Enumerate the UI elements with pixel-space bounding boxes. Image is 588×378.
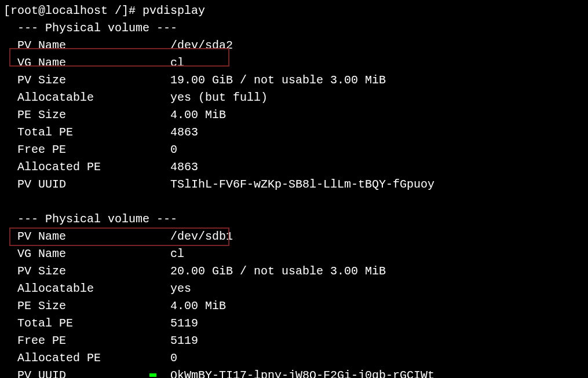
pv-size-value: 19.00 GiB / not usable 3.00 MiB — [170, 74, 386, 87]
allocatable-row-2: Allocatable yes — [3, 280, 585, 298]
prompt-line[interactable]: [root@localhost /]# pvdisplay — [3, 2, 585, 20]
alloc-pe-row-1: Allocated PE 4863 — [3, 159, 585, 176]
pv-size-row-2: PV Size 20.00 GiB / not usable 3.00 MiB — [3, 263, 585, 280]
section-header-1: --- Physical volume --- — [3, 20, 585, 37]
allocatable-value: yes (but full) — [170, 91, 268, 104]
pv-uuid-row-2: PV UUID QkWmBY-TI17-lpny-jW8Q-F2Gi-j0gb-… — [3, 367, 585, 378]
pv-uuid-value: QkWmBY-TI17-lpny-jW8Q-F2Gi-j0gb-rGCIWt — [170, 369, 434, 378]
allocatable-value: yes — [170, 282, 191, 295]
alloc-pe-row-2: Allocated PE 0 — [3, 350, 585, 367]
vg-name-label: VG Name — [3, 56, 170, 69]
alloc-pe-value: 0 — [170, 351, 177, 365]
vg-name-row-2: VG Name cl — [3, 245, 585, 263]
free-pe-label: Free PE — [3, 334, 170, 347]
total-pe-row-1: Total PE 4863 — [3, 124, 585, 141]
free-pe-value: 0 — [170, 143, 177, 156]
pe-size-value: 4.00 MiB — [170, 108, 226, 122]
allocatable-label: Allocatable — [3, 91, 170, 104]
section-header-2: --- Physical volume --- — [3, 211, 585, 228]
pv-name-label: PV Name — [3, 230, 170, 243]
total-pe-row-2: Total PE 5119 — [3, 315, 585, 332]
free-pe-row-1: Free PE 0 — [3, 141, 585, 159]
blank-line — [3, 193, 585, 211]
pe-size-row-2: PE Size 4.00 MiB — [3, 298, 585, 315]
pe-size-value: 4.00 MiB — [170, 299, 226, 313]
alloc-pe-value: 4863 — [170, 160, 198, 174]
total-pe-label: Total PE — [3, 126, 170, 139]
pe-size-label: PE Size — [3, 108, 170, 122]
vg-name-label: VG Name — [3, 247, 170, 260]
shell-prompt: [root@localhost /]# — [3, 4, 143, 17]
pv-uuid-value: TSlIhL-FV6F-wZKp-SB8l-LlLm-tBQY-fGpuoy — [170, 178, 434, 191]
pv-name-value: /dev/sda2 — [170, 39, 233, 52]
alloc-pe-label: Allocated PE — [3, 351, 170, 365]
free-pe-row-2: Free PE 5119 — [3, 332, 585, 350]
pv-size-row-1: PV Size 19.00 GiB / not usable 3.00 MiB — [3, 72, 585, 89]
pv-uuid-row-1: PV UUID TSlIhL-FV6F-wZKp-SB8l-LlLm-tBQY-… — [3, 176, 585, 193]
pv-name-value: /dev/sdb1 — [170, 230, 233, 243]
pe-size-row-1: PE Size 4.00 MiB — [3, 107, 585, 124]
pv-name-row-1: PV Name /dev/sda2 — [3, 37, 585, 54]
pv-size-label: PV Size — [3, 74, 170, 87]
vg-name-value: cl — [170, 56, 184, 69]
pv-name-label: PV Name — [3, 39, 170, 52]
pv-uuid-label: PV UUID — [3, 178, 170, 191]
pv-name-row-2: PV Name /dev/sdb1 — [3, 228, 585, 245]
pv-size-label: PV Size — [3, 265, 170, 278]
pv-size-value: 20.00 GiB / not usable 3.00 MiB — [170, 265, 386, 278]
vg-name-row-1: VG Name cl — [3, 54, 585, 72]
pe-size-label: PE Size — [3, 299, 170, 313]
free-pe-value: 5119 — [170, 334, 198, 347]
pv-uuid-label: PV UUID — [3, 369, 170, 378]
free-pe-label: Free PE — [3, 143, 170, 156]
total-pe-value: 4863 — [170, 126, 198, 139]
allocatable-label: Allocatable — [3, 282, 170, 295]
terminal-cursor — [149, 373, 156, 377]
command-text: pvdisplay — [143, 4, 205, 17]
alloc-pe-label: Allocated PE — [3, 160, 170, 174]
total-pe-value: 5119 — [170, 317, 198, 330]
allocatable-row-1: Allocatable yes (but full) — [3, 89, 585, 107]
vg-name-value: cl — [170, 247, 184, 260]
total-pe-label: Total PE — [3, 317, 170, 330]
